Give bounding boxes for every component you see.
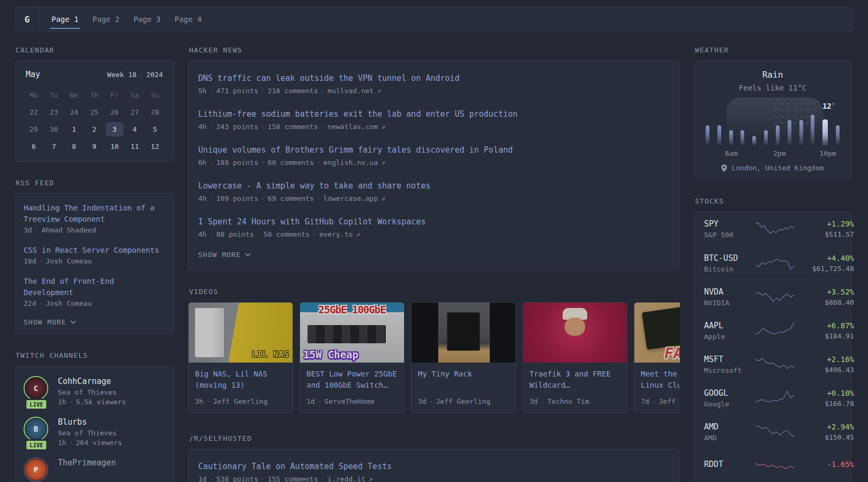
rss-item[interactable]: The End of Front-End Development 22d·Jos… xyxy=(24,276,165,307)
dot-separator: · xyxy=(207,194,216,202)
dot-separator: · xyxy=(538,397,548,405)
hn-comments[interactable]: 60 comments xyxy=(268,159,314,167)
hn-item-title: Unique volumes of Brothers Grimm fairy t… xyxy=(198,145,670,156)
calendar-day: 30 xyxy=(44,122,64,137)
twitch-channel-row[interactable]: P ThePrimeagen xyxy=(24,457,165,482)
hn-item[interactable]: Lowercase - A simple way to take and sha… xyxy=(198,174,670,209)
hn-item-meta: 5h·471 points·216 comments·mullvad.net↗ xyxy=(198,87,670,95)
calendar-day: 24 xyxy=(64,105,84,119)
rss-item[interactable]: Handling The Indentation of a Treeview C… xyxy=(24,202,165,234)
dot-separator: · xyxy=(426,397,436,405)
twitch-channel-row[interactable]: B LIVE Blurbs Sea of Thieves 1h·264 view… xyxy=(24,417,165,447)
videos-section-label: VIDEOS xyxy=(189,288,680,296)
video-card[interactable]: 25GbE 100GbE15W Cheap BEST Low Power 25G… xyxy=(300,302,405,413)
thumbnail-text: 15W Cheap xyxy=(303,349,358,360)
hn-item-meta: 4h·88 points·58 comments·every.to↗ xyxy=(198,230,670,238)
hn-item[interactable]: Unique volumes of Brothers Grimm fairy t… xyxy=(198,138,670,174)
live-badge: LIVE xyxy=(25,398,48,410)
tab-page-3[interactable]: Page 3 xyxy=(133,7,161,31)
calendar-day: 23 xyxy=(44,105,64,119)
stock-id: MSFTMicrosoft xyxy=(704,355,755,374)
show-more-label: SHOW MORE xyxy=(24,318,66,326)
rss-show-more-button[interactable]: SHOW MORE xyxy=(24,318,76,326)
video-card-body: Meet the Linux Clu 7d·Jeff Geerling xyxy=(634,363,680,412)
hn-comments[interactable]: 216 comments xyxy=(268,87,318,95)
stock-row[interactable]: SPYS&P 500 +1.29%$511.57 xyxy=(704,212,841,246)
hn-domain[interactable]: english.nv.ua xyxy=(324,159,378,167)
video-thumbnail: 25GbE 100GbE15W Cheap xyxy=(300,303,404,363)
rss-item-meta: 18d·Josh Comeau xyxy=(24,257,165,265)
tab-page-4[interactable]: Page 4 xyxy=(175,7,202,31)
hn-points: 88 points xyxy=(216,230,253,238)
hn-domain[interactable]: mullvad.net xyxy=(327,87,373,95)
video-channel[interactable]: Techno Tim xyxy=(547,397,589,405)
weather-bar xyxy=(799,120,803,146)
weather-panel: Rain Feels like 11°C 12° 6am 2pm 10pm Lo… xyxy=(694,61,851,180)
reddit-domain[interactable]: i.redd.it xyxy=(327,475,365,482)
weekday-label: Fr xyxy=(104,88,125,102)
twitch-channel-row[interactable]: C LIVE CohhCarnage Sea of Thieves 1h·5.5… xyxy=(24,376,165,406)
video-channel[interactable]: Jeff Geerling xyxy=(659,397,680,405)
hn-domain[interactable]: newatlas.com xyxy=(327,123,378,131)
reddit-item[interactable]: Cautionary Tale on Automated Speed Tests… xyxy=(198,454,670,482)
calendar-week-year: Week 18·2024 xyxy=(107,71,163,79)
stock-row[interactable]: GOOGLGoogle +0.10%$166.78 xyxy=(704,381,841,415)
chevron-down-icon xyxy=(70,320,76,324)
stock-row[interactable]: NVDANVIDIA +3.52%$888.40 xyxy=(704,280,841,313)
stock-name: Google xyxy=(704,400,755,408)
weather-bars xyxy=(706,108,840,146)
channel-uptime: 1h xyxy=(58,398,66,406)
hn-item[interactable]: DNS traffic can leak outside the VPN tun… xyxy=(198,66,670,102)
weather-bar xyxy=(836,125,840,146)
stock-values: +6.87%$184.91 xyxy=(794,321,854,340)
stock-row[interactable]: AMDAMD +2.94%$150.45 xyxy=(704,415,841,448)
stock-sparkline xyxy=(755,422,794,441)
app-logo[interactable]: G xyxy=(15,7,40,31)
dot-separator: · xyxy=(32,226,42,234)
stock-id: AMDAMD xyxy=(704,422,755,442)
twitch-panel: C LIVE CohhCarnage Sea of Thieves 1h·5.5… xyxy=(14,366,174,482)
hn-comments[interactable]: 69 comments xyxy=(268,194,314,202)
stock-id: NVDANVIDIA xyxy=(704,287,755,307)
calendar-header: May Week 18·2024 xyxy=(24,70,165,79)
tab-page-2[interactable]: Page 2 xyxy=(93,7,120,31)
stock-row[interactable]: RDDT -1.65% xyxy=(704,448,841,482)
weather-bar xyxy=(764,130,768,146)
rss-item-title: CSS in React Server Components xyxy=(24,245,165,256)
video-channel[interactable]: ServeTheHome xyxy=(324,397,375,405)
hn-item[interactable]: I Spent 24 Hours with GitHub Copilot Wor… xyxy=(198,209,670,245)
video-card[interactable]: FAS Meet the Linux Clu 7d·Jeff Geerling xyxy=(634,302,680,413)
stocks-section-label: STOCKS xyxy=(695,197,851,205)
video-meta: 3d·Jeff Geerling xyxy=(418,397,509,405)
video-card[interactable]: My Tiny Rack 3d·Jeff Geerling xyxy=(411,302,516,413)
video-channel[interactable]: Jeff Geerling xyxy=(213,397,267,405)
hn-show-more-button[interactable]: SHOW MORE xyxy=(198,245,251,265)
rss-widget: RSS FEED Handling The Indentation of a T… xyxy=(14,179,174,334)
tab-page-1[interactable]: Page 1 xyxy=(51,7,79,31)
hn-comments[interactable]: 58 comments xyxy=(264,230,310,238)
weekday-label: Mo xyxy=(24,88,44,102)
hn-comments[interactable]: 158 comments xyxy=(268,123,318,131)
video-channel[interactable]: Jeff Geerling xyxy=(436,397,490,405)
stock-row[interactable]: BTC-USDBitcoin +4.40%$61,725.48 xyxy=(704,246,841,280)
weather-hour-label: 2pm xyxy=(773,149,785,157)
video-age: 3d xyxy=(529,397,538,405)
rss-item[interactable]: CSS in React Server Components 18d·Josh … xyxy=(24,245,165,265)
calendar-day: 27 xyxy=(125,105,145,119)
stock-change: +2.16% xyxy=(794,355,854,364)
stock-id: GOOGLGoogle xyxy=(704,388,755,408)
hn-item[interactable]: Lithium-free sodium batteries exit the l… xyxy=(198,102,670,138)
video-card[interactable]: LIL NAS Big NAS, Lil NAS (moving 13) 3h·… xyxy=(188,302,293,413)
external-link-icon: ↗ xyxy=(365,475,373,482)
stock-name: Bitcoin xyxy=(704,265,755,273)
stock-price: $511.57 xyxy=(794,230,854,238)
stock-row[interactable]: MSFTMicrosoft +2.16%$406.43 xyxy=(704,347,841,381)
hn-domain[interactable]: lowercase.app xyxy=(324,194,378,202)
video-card[interactable]: Traefik 3 and FREE Wildcard… 3d·Techno T… xyxy=(522,302,627,413)
weather-bar xyxy=(788,120,791,146)
video-age: 3d xyxy=(418,397,426,405)
hn-domain[interactable]: every.to xyxy=(319,230,353,238)
stock-row[interactable]: AAPLApple +6.87%$184.91 xyxy=(704,313,841,347)
reddit-comments[interactable]: 155 comments xyxy=(268,475,318,482)
weather-feels-like: Feels like 11°C xyxy=(703,84,842,92)
